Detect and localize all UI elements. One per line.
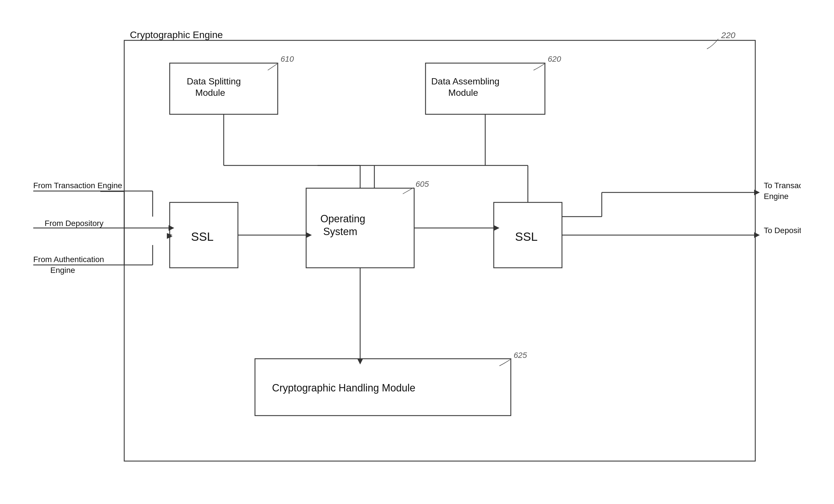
svg-marker-51 — [754, 232, 760, 238]
svg-text:Data Assembling: Data Assembling — [431, 76, 500, 86]
svg-text:620: 620 — [548, 54, 561, 63]
svg-text:625: 625 — [514, 351, 527, 359]
svg-rect-12 — [306, 188, 414, 268]
diagram-title: Cryptographic Engine — [130, 29, 223, 40]
to-transaction-engine-label-2: Engine — [764, 192, 789, 201]
svg-text:Module: Module — [195, 88, 225, 98]
from-authentication-engine-label-2: Engine — [50, 266, 75, 275]
from-transaction-engine-label: From Transaction Engine — [33, 181, 122, 190]
from-depository-label: From Depository — [45, 219, 104, 228]
svg-marker-49 — [754, 190, 760, 195]
svg-text:Cryptographic Handling Module: Cryptographic Handling Module — [272, 382, 415, 394]
svg-text:SSL: SSL — [191, 230, 214, 243]
svg-text:Operating: Operating — [320, 213, 365, 224]
svg-text:SSL: SSL — [515, 230, 537, 243]
from-authentication-engine-label-1: From Authentication — [33, 255, 104, 264]
svg-text:System: System — [323, 226, 357, 237]
svg-text:610: 610 — [281, 54, 294, 63]
svg-text:Module: Module — [448, 88, 478, 98]
svg-text:605: 605 — [416, 180, 429, 189]
svg-rect-6 — [425, 63, 545, 114]
to-depository-label: To Depository — [764, 226, 801, 235]
to-transaction-engine-label-1: To Transaction — [764, 181, 801, 190]
diagram-container: Cryptographic Engine 220 Data Splitting … — [33, 18, 801, 487]
svg-text:220: 220 — [721, 30, 736, 40]
svg-text:Data Splitting: Data Splitting — [187, 76, 241, 86]
